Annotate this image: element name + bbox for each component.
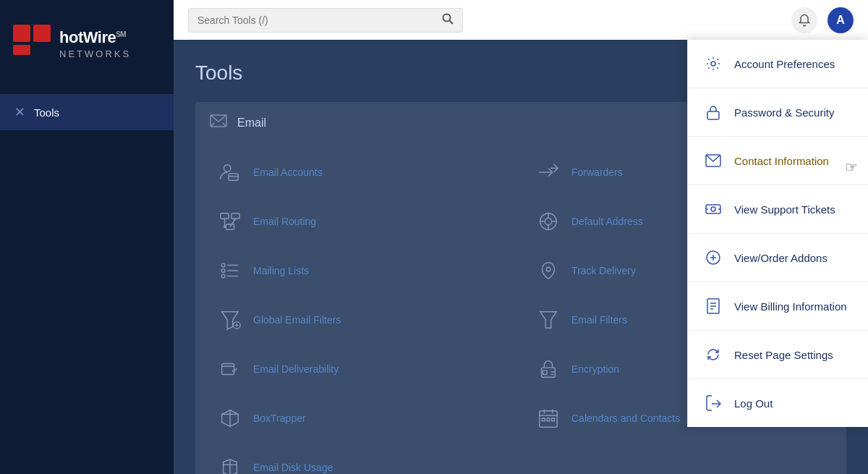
svg-point-5: [224, 165, 231, 172]
tool-label: Mailing Lists: [253, 265, 309, 276]
svg-line-4: [223, 123, 226, 126]
cursor-pointer-icon: ☞: [845, 158, 858, 176]
tool-label: Global Email Filters: [253, 314, 341, 326]
user-dropdown: Account Preferences Password & Security …: [687, 40, 868, 427]
tool-label: Email Disk Usage: [253, 462, 333, 473]
sidebar: hotWireSM NETWORKS ✕ Tools: [0, 0, 174, 474]
calendars-contacts-icon: [535, 405, 561, 431]
tool-email-deliverability[interactable]: Email Deliverability: [210, 347, 514, 391]
dropdown-password-security[interactable]: Password & Security: [688, 88, 868, 137]
email-accounts-icon: [217, 159, 243, 185]
email-routing-icon: [217, 208, 243, 234]
dropdown-log-out[interactable]: Log Out: [688, 379, 868, 427]
tool-label: Default Address: [571, 216, 643, 227]
brand-hot: hot: [59, 28, 83, 46]
tool-label: Track Delivery: [571, 265, 636, 276]
sidebar-item-tools[interactable]: ✕ Tools: [0, 94, 174, 130]
tool-label: Email Routing: [253, 216, 316, 227]
brand-networks: NETWORKS: [59, 48, 131, 59]
search-button[interactable]: [442, 13, 454, 27]
tool-email-accounts[interactable]: Email Accounts: [210, 151, 514, 194]
svg-point-17: [545, 218, 551, 224]
search-bar[interactable]: [188, 8, 463, 33]
tool-label: Email Deliverability: [253, 363, 339, 375]
dropdown-account-preferences[interactable]: Account Preferences: [688, 40, 868, 88]
svg-point-52: [711, 62, 715, 66]
svg-point-27: [221, 274, 225, 278]
tool-label: BoxTrapper: [253, 412, 306, 424]
dropdown-item-label: Contact Information: [734, 155, 829, 167]
sidebar-nav: ✕ Tools: [0, 87, 174, 137]
dropdown-item-label: Log Out: [734, 397, 773, 410]
tool-label: Forwarders: [571, 166, 623, 178]
ticket-icon: [704, 200, 723, 219]
envelope-icon: [704, 151, 723, 170]
mailing-lists-icon: [217, 258, 243, 284]
svg-point-56: [711, 207, 715, 211]
svg-rect-48: [547, 418, 550, 421]
svg-rect-11: [231, 213, 239, 219]
plus-circle-icon: [704, 248, 723, 267]
dropdown-item-label: Reset Page Settings: [734, 349, 833, 361]
svg-rect-6: [229, 174, 238, 180]
brand-sm: SM: [116, 30, 126, 38]
email-deliverability-icon: [217, 356, 243, 382]
encryption-icon: [535, 356, 561, 382]
sidebar-item-label: Tools: [34, 106, 59, 119]
dropdown-reset-page-settings[interactable]: Reset Page Settings: [688, 331, 868, 379]
dropdown-item-label: View/Order Addons: [734, 252, 827, 264]
svg-point-0: [443, 14, 451, 21]
user-avatar[interactable]: A: [827, 7, 854, 33]
search-input[interactable]: [197, 14, 436, 26]
default-address-icon: [535, 208, 561, 234]
tool-label: Encryption: [571, 363, 619, 375]
email-section-label: Email: [237, 117, 266, 130]
brand-text: hotWireSM NETWORKS: [59, 28, 131, 59]
svg-rect-36: [542, 368, 556, 377]
dropdown-view-support-tickets[interactable]: View Support Tickets: [688, 185, 868, 234]
header: A: [174, 0, 868, 40]
email-section-icon: [210, 114, 227, 132]
brand-wire: Wire: [83, 28, 116, 46]
svg-rect-49: [552, 418, 555, 421]
boxtrapper-icon: [217, 405, 243, 431]
dropdown-view-billing[interactable]: View Billing Information: [688, 282, 868, 331]
svg-point-15: [224, 226, 226, 228]
tool-email-routing[interactable]: Email Routing: [210, 200, 514, 243]
gear-icon: [704, 54, 723, 73]
global-email-filters-icon: [217, 307, 243, 333]
tool-label: Email Accounts: [253, 166, 323, 178]
svg-rect-12: [226, 224, 234, 230]
svg-rect-37: [543, 371, 548, 375]
tool-label: Email Filters: [571, 314, 627, 326]
track-delivery-icon: [535, 258, 561, 284]
svg-marker-33: [540, 312, 557, 329]
dropdown-item-label: View Billing Information: [734, 300, 847, 313]
dropdown-item-label: Account Preferences: [734, 58, 835, 70]
sign-out-icon: [704, 394, 723, 412]
svg-point-25: [221, 263, 225, 267]
tool-mailing-lists[interactable]: Mailing Lists: [210, 249, 514, 292]
logo-area: hotWireSM NETWORKS: [0, 0, 174, 87]
tool-global-email-filters[interactable]: Global Email Filters: [210, 298, 514, 342]
notification-button[interactable]: [791, 7, 817, 33]
dropdown-view-order-addons[interactable]: View/Order Addons: [688, 234, 868, 282]
svg-line-3: [211, 123, 214, 126]
tools-icon: ✕: [14, 104, 25, 120]
svg-rect-47: [542, 418, 545, 421]
tool-label: Calendars and Contacts: [571, 412, 680, 424]
dropdown-contact-information[interactable]: Contact Information ☞: [688, 137, 868, 185]
refresh-icon: [704, 345, 723, 364]
svg-point-26: [221, 269, 225, 273]
email-filters-icon: [535, 307, 561, 333]
svg-rect-53: [707, 111, 719, 119]
dropdown-item-label: Password & Security: [734, 106, 834, 119]
tool-email-disk-usage[interactable]: Email Disk Usage: [210, 446, 514, 474]
logo-icon: [13, 25, 51, 62]
svg-line-14: [230, 219, 236, 227]
svg-point-28: [546, 267, 550, 271]
svg-line-1: [450, 20, 454, 24]
tool-boxtrapper[interactable]: BoxTrapper: [210, 397, 514, 440]
lock-icon: [704, 103, 723, 122]
svg-rect-34: [222, 364, 234, 375]
